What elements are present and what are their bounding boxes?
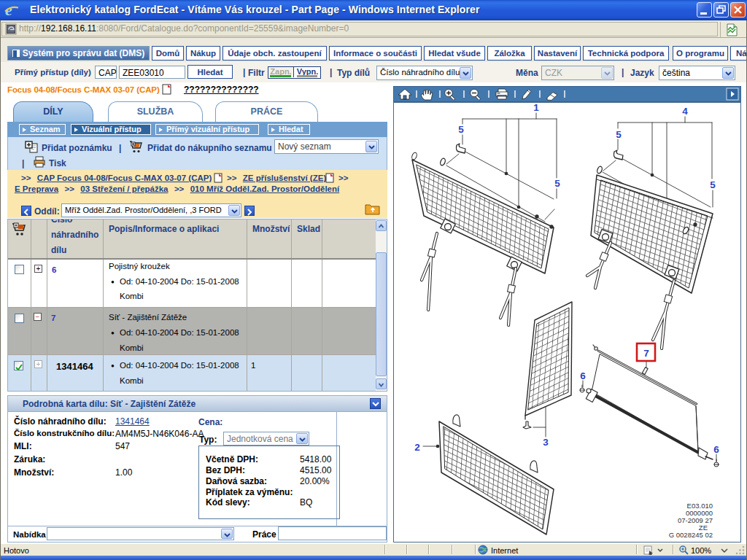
svg-text:2: 2 — [414, 442, 420, 453]
svg-text:Mříž Odděl.Zad. Prostor/Odděle: Mříž Odděl.Zad. Prostor/Oddělení — [506, 541, 616, 542]
svg-text:4: 4 — [682, 106, 688, 117]
svg-text:1: 1 — [533, 103, 539, 113]
svg-text:5: 5 — [616, 129, 622, 140]
svg-text:5: 5 — [458, 124, 464, 135]
svg-text:5: 5 — [710, 179, 716, 190]
svg-text:6: 6 — [713, 444, 719, 455]
svg-text:3: 3 — [543, 437, 549, 448]
svg-text:5: 5 — [554, 178, 560, 189]
svg-text:7: 7 — [643, 348, 649, 359]
svg-text:6: 6 — [580, 370, 586, 381]
svg-text:G 0028245 02: G 0028245 02 — [669, 531, 713, 539]
